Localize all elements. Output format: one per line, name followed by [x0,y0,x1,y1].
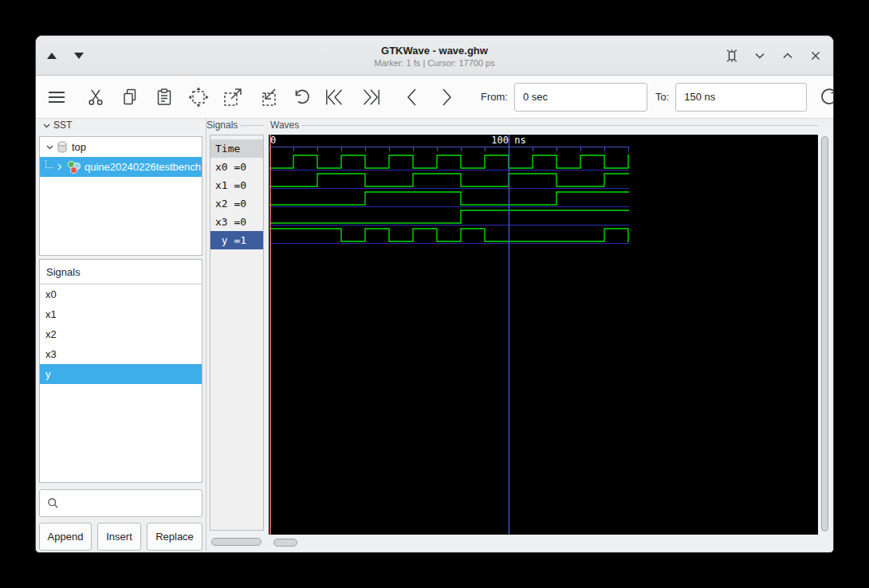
list-item-x0[interactable]: x0 [40,284,202,304]
zoom-in-icon[interactable] [222,83,244,112]
time-header: Time [210,139,263,158]
list-item-label: x2 [45,328,57,340]
values-frame-label-text: Signals [206,120,238,131]
from-label: From: [481,91,508,103]
tree-item-testbench[interactable]: quine20240226testbench [40,157,202,177]
waves-frame-label: Waves [270,120,818,131]
paste-icon[interactable] [153,83,175,112]
gtkwave-window: GTKWave - wave.ghw Marker: 1 fs | Cursor… [35,35,834,553]
tree-branch-line [45,160,53,168]
component-cylinder-icon [56,140,69,154]
minimize-icon[interactable] [753,49,766,62]
tree-item-label: top [72,141,86,153]
sst-section-header[interactable]: SST [42,120,72,131]
to-label: To: [655,91,669,103]
panel-splitter[interactable] [206,119,206,551]
list-item-label: y [45,368,51,380]
chevron-down-icon[interactable] [45,143,54,151]
list-item-x2[interactable]: x2 [40,324,202,344]
values-hscrollbar[interactable] [210,536,264,547]
list-item-y[interactable]: y [40,364,202,384]
undo-icon[interactable] [290,83,313,112]
tree-item-label: quine20240226testbench [85,161,201,173]
signal-browser-header: Signals [40,260,202,284]
shade-up-icon[interactable] [47,53,57,59]
svg-text:100 ns: 100 ns [491,135,525,146]
zoom-out-icon[interactable] [256,83,278,112]
frame-border-line [302,125,818,126]
window-title: GTKWave - wave.ghw [381,45,488,57]
from-input[interactable] [514,83,647,112]
wave-canvas[interactable]: 0100 ns [269,135,818,535]
waves-frame-label-text: Waves [270,120,299,131]
list-item-label: x3 [45,348,57,360]
insert-button[interactable]: Insert [97,523,141,551]
chevron-down-icon [42,121,51,130]
menu-icon[interactable] [45,83,68,112]
reload-icon[interactable] [818,83,834,112]
close-icon[interactable] [809,49,822,62]
zoom-fit-icon[interactable] [187,83,210,112]
previous-icon[interactable] [401,83,423,112]
list-item-label: x0 [45,288,57,300]
value-row-x2[interactable]: x2 =0 [210,194,263,213]
next-icon[interactable] [435,83,458,112]
keep-above-icon[interactable] [725,49,738,62]
frame-border-line [241,125,264,126]
signal-search-field[interactable] [39,489,203,517]
svg-text:0: 0 [270,135,276,146]
values-hscrollbar-thumb[interactable] [211,538,261,546]
values-frame-label: Signals [206,120,264,131]
value-row-x1[interactable]: x1 =0 [210,176,263,194]
to-end-icon[interactable] [359,83,381,112]
replace-button[interactable]: Replace [147,523,203,551]
sst-tree: top quine20240226testbench [39,136,203,256]
shade-down-icon[interactable] [74,53,84,59]
signal-browser: Signals x0 x1 x2 x3 y [39,259,203,483]
action-button-row: Append Insert Replace [39,523,203,551]
tree-item-top[interactable]: top [40,137,202,157]
marker-cursor-status: Marker: 1 fs | Cursor: 17700 ps [374,58,494,68]
maximize-icon[interactable] [781,49,794,62]
waves-vscrollbar-thumb[interactable] [821,136,828,531]
chevron-right-icon[interactable] [55,163,64,171]
list-item-x1[interactable]: x1 [40,304,202,324]
waves-hscrollbar-thumb[interactable] [273,539,297,547]
signal-values-panel: Time x0 =0 x1 =0 x2 =0 x3 =0 y =1 [210,135,264,531]
waveform-plot: 0100 ns [269,135,818,535]
search-icon [47,497,59,509]
sst-header-label: SST [53,120,72,131]
list-item-x3[interactable]: x3 [40,344,202,364]
copy-icon[interactable] [119,83,141,112]
to-start-icon[interactable] [324,83,347,112]
titlebar[interactable]: GTKWave - wave.ghw Marker: 1 fs | Cursor… [36,36,833,76]
toolbar: From: To: [36,76,833,119]
cut-icon[interactable] [85,83,107,112]
value-row-x3[interactable]: x3 =0 [210,213,263,231]
value-row-y[interactable]: y =1 [210,231,263,249]
vhdl-entity-icon [67,161,81,174]
to-input[interactable] [675,83,807,112]
list-item-label: x1 [45,308,57,320]
waves-vscrollbar[interactable] [820,135,830,535]
waves-hscrollbar[interactable] [269,537,818,548]
append-button[interactable]: Append [39,523,92,551]
value-row-x0[interactable]: x0 =0 [210,158,263,176]
